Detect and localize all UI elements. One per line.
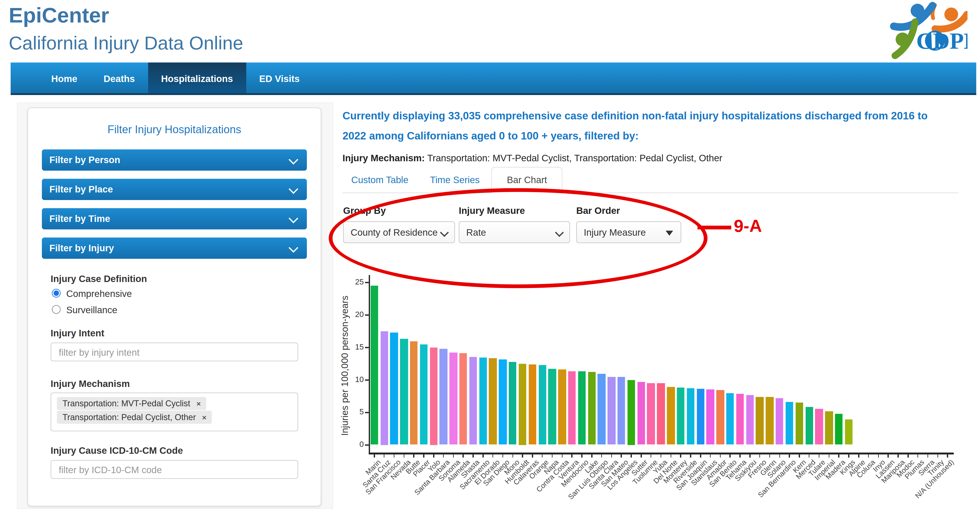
bar-amador[interactable] [716,390,724,445]
x-tick-mark [749,455,750,458]
bar-marin[interactable] [371,286,378,445]
bar-merced[interactable] [805,407,813,445]
bar-sacramento[interactable] [479,358,487,445]
bar-butte[interactable] [410,341,418,445]
y-tick-mark [365,347,369,348]
bar-calaveras[interactable] [528,364,536,445]
bar-glenn[interactable] [766,397,773,445]
x-tick-mark [789,455,790,458]
injury-mechanism-input[interactable]: Transportation: MVT-Pedal Cyclist×Transp… [51,393,298,431]
radio-selected-icon[interactable] [52,289,60,297]
radio-option-surveillance[interactable]: Surveillance [52,304,118,315]
bar-san-joaquin[interactable] [697,389,705,445]
bar-solano[interactable] [776,398,784,445]
chevron-down-icon [289,184,299,194]
y-tick-label: 5 [345,407,364,416]
bar-santa-barbara[interactable] [440,348,447,445]
x-tick-mark [423,455,424,458]
x-tick-mark [720,455,721,458]
bar-yuba[interactable] [657,383,665,445]
bar-siskiyou[interactable] [746,395,754,445]
x-tick-mark [868,455,869,458]
bar-alameda[interactable] [460,353,467,445]
bar-mono[interactable] [509,362,517,445]
bar-san-francisco[interactable] [390,332,398,445]
x-tick-mark [641,455,642,458]
x-tick-mark [937,455,938,458]
bar-san-mateo[interactable] [617,377,625,445]
x-tick-mark [581,455,582,458]
tab-time-series[interactable]: Time Series [430,174,480,185]
bar-el-dorado[interactable] [489,358,497,445]
x-tick-mark [769,455,770,458]
accordion-filter-by-injury[interactable]: Filter by Injury [42,237,307,259]
accordion-filter-by-place[interactable]: Filter by Place [42,179,307,200]
bar-yolo[interactable] [430,347,438,445]
x-tick-mark [374,455,375,458]
mechanism-tag: Transportation: Pedal Cyclist, Other× [57,411,212,424]
remove-tag-icon[interactable]: × [202,413,207,422]
bar-tulare[interactable] [815,409,823,445]
x-tick-mark [740,455,740,458]
nav-item-deaths[interactable]: Deaths [91,63,148,93]
bar-contra-costa[interactable] [558,369,566,445]
bar-mendocino[interactable] [578,371,586,445]
bar-santa-clara[interactable] [608,377,616,445]
x-tick-mark [710,455,711,458]
radio-option-label: Comprehensive [66,288,132,299]
bar-placer[interactable] [420,345,428,445]
nav-item-ed-visits[interactable]: ED Visits [246,63,313,93]
bar-lake[interactable] [588,372,596,445]
radio-option-comprehensive[interactable]: Comprehensive [52,288,132,298]
radio-option-label: Surveillance [66,304,117,315]
remove-tag-icon[interactable]: × [196,399,201,408]
icd-code-input[interactable] [51,460,298,479]
bar-del-norte[interactable] [667,387,675,445]
bar-fresno[interactable] [756,397,764,445]
nav-item-hospitalizations[interactable]: Hospitalizations [148,63,246,93]
bar-kern[interactable] [795,402,803,445]
bar-san-diego[interactable] [499,359,507,445]
nav-item-home[interactable]: Home [38,63,91,93]
filter-panel-title: Filter Injury Hospitalizations [28,123,320,136]
y-tick-label: 20 [345,310,364,318]
x-tick-mark [917,455,918,458]
bar-tuolumne[interactable] [647,383,655,445]
x-tick-mark [443,455,444,458]
injury-intent-input[interactable] [51,343,298,361]
bar-santa-cruz[interactable] [380,331,388,445]
bar-stanislaus[interactable] [706,390,714,445]
bar-nevada[interactable] [400,339,408,445]
chevron-down-icon [289,214,299,223]
y-tick-mark [365,444,369,445]
x-tick-mark [542,455,543,458]
bar-ventura[interactable] [568,371,576,445]
bar-san-benito[interactable] [726,393,734,445]
bar-kings[interactable] [845,420,853,445]
bar-shasta[interactable] [469,357,477,445]
bar-orange[interactable] [539,365,546,445]
x-tick-mark [799,455,800,458]
bar-sutter[interactable] [637,382,645,445]
bar-riverside[interactable] [687,388,694,445]
bar-sonoma[interactable] [449,352,457,445]
bar-monterey[interactable] [677,388,685,445]
bar-san-bernardino[interactable] [786,402,793,445]
bar-napa[interactable] [548,369,556,445]
bar-san-luis-obispo[interactable] [598,374,606,445]
bar-imperial[interactable] [825,412,833,445]
bar-madera[interactable] [835,414,843,445]
bar-tehama[interactable] [736,394,744,445]
x-tick-mark [829,455,829,458]
tab-custom-table[interactable]: Custom Table [351,174,409,185]
accordion-filter-by-time[interactable]: Filter by Time [42,208,307,229]
x-tick-mark [730,455,730,458]
x-tick-mark [512,455,513,458]
radio-unselected-icon[interactable] [52,305,60,313]
bar-humboldt[interactable] [519,364,527,445]
bar-los-angeles[interactable] [627,380,635,445]
x-tick-mark [690,455,691,458]
injury-intent-label: Injury Intent [51,328,104,338]
site-subtitle: California Injury Data Online [9,32,243,54]
accordion-filter-by-person[interactable]: Filter by Person [42,150,307,171]
